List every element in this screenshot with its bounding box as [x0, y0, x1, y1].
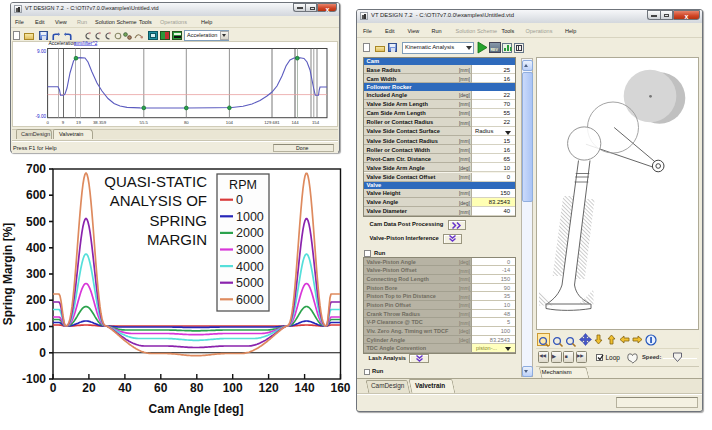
svg-text:80: 80 — [184, 120, 189, 125]
svg-text:19: 19 — [76, 120, 81, 125]
svg-text:129.681: 129.681 — [264, 120, 280, 125]
svg-text:200: 200 — [26, 293, 46, 307]
svg-text:160: 160 — [330, 381, 350, 395]
svg-text:Cam Angle [deg]: Cam Angle [deg] — [149, 402, 244, 416]
svg-text:2000: 2000 — [236, 226, 264, 240]
svg-text:100: 100 — [26, 320, 46, 334]
svg-text:SPRING: SPRING — [149, 212, 207, 229]
svg-text:RPM: RPM — [229, 178, 257, 192]
svg-text:0: 0 — [50, 381, 57, 395]
svg-text:100: 100 — [223, 381, 243, 395]
svg-text:500: 500 — [26, 215, 46, 229]
svg-text:-100: -100 — [22, 372, 46, 386]
svg-text:-9.00: -9.00 — [36, 114, 47, 119]
svg-text:600: 600 — [26, 188, 46, 202]
svg-text:9.00: 9.00 — [37, 49, 46, 54]
svg-text:144: 144 — [291, 120, 299, 125]
svg-text:MARGIN: MARGIN — [147, 231, 207, 248]
svg-text:154: 154 — [312, 120, 320, 125]
svg-text:QUASI-STATIC: QUASI-STATIC — [104, 173, 207, 190]
svg-text:9: 9 — [62, 120, 65, 125]
svg-text:0: 0 — [46, 120, 49, 125]
svg-text:0: 0 — [39, 346, 46, 360]
svg-text:mm/lifter^2: mm/lifter^2 — [74, 41, 98, 46]
svg-text:80: 80 — [190, 381, 204, 395]
svg-text:Spring Margin [%]: Spring Margin [%] — [1, 223, 15, 326]
svg-text:300: 300 — [26, 267, 46, 281]
svg-text:5000: 5000 — [236, 276, 264, 290]
svg-text:38.359: 38.359 — [93, 120, 107, 125]
svg-text:140: 140 — [295, 381, 315, 395]
svg-text:3000: 3000 — [236, 243, 264, 257]
svg-text:1000: 1000 — [236, 210, 264, 224]
svg-text:55.5: 55.5 — [140, 120, 149, 125]
svg-text:ANALYSIS OF: ANALYSIS OF — [110, 192, 207, 209]
svg-text:0: 0 — [236, 193, 243, 207]
svg-text:700: 700 — [26, 162, 46, 176]
svg-text:40: 40 — [118, 381, 132, 395]
svg-text:60: 60 — [154, 381, 168, 395]
svg-text:120: 120 — [259, 381, 279, 395]
svg-text:Acceleration: Acceleration — [49, 40, 77, 46]
svg-text:6000: 6000 — [236, 293, 264, 307]
svg-text:20: 20 — [82, 381, 96, 395]
svg-text:400: 400 — [26, 241, 46, 255]
svg-text:4000: 4000 — [236, 260, 264, 274]
svg-text:104: 104 — [226, 120, 234, 125]
